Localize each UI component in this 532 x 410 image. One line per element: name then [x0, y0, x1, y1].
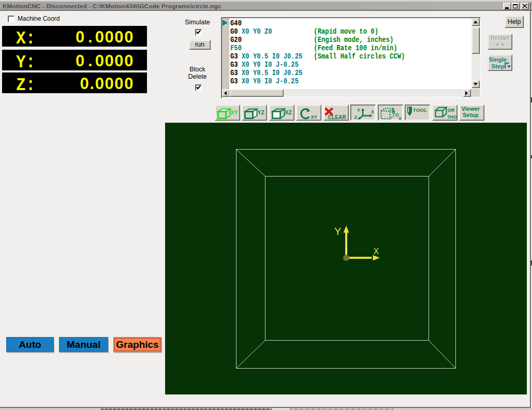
svg-text:Y: Y	[357, 108, 360, 113]
svg-text:Y: Y	[334, 226, 341, 237]
svg-text:X: X	[398, 116, 402, 121]
svg-text:TOOL: TOOL	[413, 107, 427, 113]
svg-text:X: X	[371, 109, 374, 114]
svg-text:XZ: XZ	[285, 109, 292, 115]
svg-text:Z: Z	[354, 115, 358, 120]
svg-text:XY: XY	[311, 114, 318, 120]
svg-text:CLEAR: CLEAR	[328, 114, 347, 120]
svg-text:X: X	[374, 247, 379, 256]
svg-text:OR: OR	[448, 108, 455, 113]
svg-text:THO: THO	[447, 114, 457, 120]
svg-text:XY: XY	[231, 109, 238, 115]
svg-text:YZ: YZ	[258, 109, 265, 115]
